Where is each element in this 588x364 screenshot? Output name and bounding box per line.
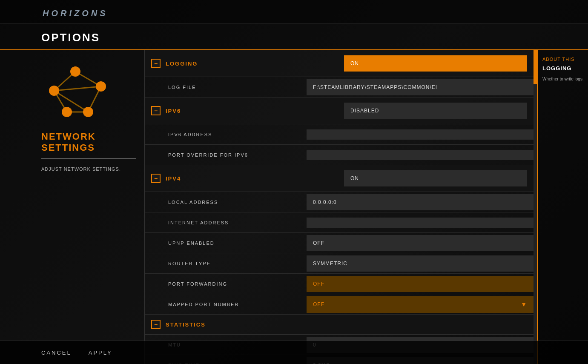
collapse-icon-ipv4[interactable]: − bbox=[151, 174, 161, 183]
label-ipv6addr: IPV6 ADDRESS bbox=[145, 127, 307, 142]
setting-row-port-forwarding: PORT FORWARDING OFF bbox=[145, 274, 534, 294]
collapse-icon-logging[interactable]: − bbox=[151, 59, 161, 68]
settings-panel[interactable]: − LOGGING ON LOG FILE F:\STEAMLIBRARY\ST… bbox=[145, 50, 534, 364]
group-header-ipv6[interactable]: − IPV6 DISABLED bbox=[145, 97, 534, 124]
upnp-box[interactable]: OFF bbox=[307, 235, 534, 251]
section-title: NETWORK SETTINGS bbox=[41, 131, 136, 159]
setting-row-logfile: LOG FILE F:\STEAMLIBRARY\STEAMAPPS\COMMO… bbox=[145, 77, 534, 97]
options-title-bar: OPTIONS bbox=[0, 23, 588, 50]
local-addr-box[interactable]: 0.0.0.0:0 bbox=[307, 194, 534, 210]
label-local-addr: LOCAL ADDRESS bbox=[145, 195, 307, 210]
value-port-forwarding: OFF bbox=[307, 276, 534, 292]
value-upnp: OFF bbox=[307, 235, 534, 251]
label-internet-addr: INTERNET ADDRESS bbox=[145, 215, 307, 230]
setting-row-mapped-port: MAPPED PORT NUMBER OFF ▼ bbox=[145, 294, 534, 315]
internet-addr-box[interactable] bbox=[307, 218, 534, 228]
logging-value[interactable]: ON bbox=[344, 55, 527, 72]
content-area: NETWORK SETTINGS ADJUST NETWORK SETTINGS… bbox=[0, 50, 588, 364]
svg-line-6 bbox=[54, 91, 88, 112]
scrollbar-thumb[interactable] bbox=[534, 50, 537, 84]
group-label-statistics: STATISTICS bbox=[166, 321, 206, 328]
apply-button[interactable]: APPLY bbox=[89, 346, 112, 359]
setting-row-local-addr: LOCAL ADDRESS 0.0.0.0:0 bbox=[145, 192, 534, 212]
setting-row-internet-addr: INTERNET ADDRESS bbox=[145, 212, 534, 233]
group-ipv6: − IPV6 DISABLED IPV6 ADDRESS PORT OVERRI… bbox=[145, 97, 534, 165]
left-sidebar: NETWORK SETTINGS ADJUST NETWORK SETTINGS… bbox=[0, 50, 145, 364]
value-logfile: F:\STEAMLIBRARY\STEAMAPPS\COMMON\EI bbox=[307, 79, 534, 95]
bottom-bar: CANCEL APPLY bbox=[0, 341, 588, 364]
svg-line-5 bbox=[54, 86, 101, 91]
options-title: OPTIONS bbox=[41, 31, 100, 44]
router-type-box[interactable]: SYMMETRIC bbox=[307, 255, 534, 272]
label-mapped-port: MAPPED PORT NUMBER bbox=[145, 297, 307, 312]
scrollbar-track[interactable] bbox=[534, 50, 537, 364]
label-port-forwarding: PORT FORWARDING bbox=[145, 276, 307, 292]
group-ipv4: − IPV4 ON LOCAL ADDRESS 0.0.0.0:0 INTERN… bbox=[145, 165, 534, 315]
label-router-type: ROUTER TYPE bbox=[145, 256, 307, 271]
group-header-ipv4[interactable]: − IPV4 ON bbox=[145, 165, 534, 192]
logfile-box[interactable]: F:\STEAMLIBRARY\STEAMAPPS\COMMON\EI bbox=[307, 79, 534, 95]
svg-point-10 bbox=[62, 107, 72, 117]
value-port-override-ipv6 bbox=[307, 150, 534, 160]
group-label-ipv6: IPV6 bbox=[166, 108, 181, 114]
svg-point-8 bbox=[49, 86, 59, 96]
setting-row-upnp: UPNP ENABLED OFF bbox=[145, 233, 534, 253]
collapse-icon-ipv6[interactable]: − bbox=[151, 106, 161, 115]
svg-point-11 bbox=[83, 107, 93, 117]
main-container: OPTIONS NETWORK SETTINGS bbox=[0, 23, 588, 364]
value-router-type: SYMMETRIC bbox=[307, 255, 534, 272]
label-logfile: LOG FILE bbox=[145, 80, 307, 95]
group-label-logging: LOGGING bbox=[166, 60, 198, 67]
section-desc: ADJUST NETWORK SETTINGS. bbox=[41, 166, 121, 172]
svg-point-9 bbox=[96, 81, 106, 92]
value-internet-addr bbox=[307, 218, 534, 228]
value-mapped-port: OFF ▼ bbox=[307, 296, 534, 313]
value-local-addr: 0.0.0.0:0 bbox=[307, 194, 534, 210]
mapped-port-box[interactable]: OFF ▼ bbox=[307, 296, 534, 313]
ipv6-value[interactable]: DISABLED bbox=[344, 103, 527, 119]
svg-point-7 bbox=[70, 66, 80, 77]
ipv4-value[interactable]: ON bbox=[344, 170, 527, 186]
group-header-logging[interactable]: − LOGGING ON bbox=[145, 50, 534, 77]
collapse-icon-statistics[interactable]: − bbox=[151, 320, 161, 329]
ipv6addr-box[interactable] bbox=[307, 129, 534, 140]
network-icon bbox=[41, 63, 109, 123]
group-label-ipv4: IPV4 bbox=[166, 175, 181, 182]
dropdown-arrow-icon: ▼ bbox=[521, 301, 527, 308]
setting-row-port-override-ipv6: PORT OVERRIDE FOR IPV6 bbox=[145, 145, 534, 165]
about-desc: Whether to write logs. bbox=[542, 76, 584, 82]
label-upnp: UPNP ENABLED bbox=[145, 235, 307, 251]
top-bar: HORIZONS bbox=[0, 0, 588, 23]
value-ipv6addr bbox=[307, 129, 534, 140]
cancel-button[interactable]: CANCEL bbox=[41, 346, 72, 359]
setting-row-router-type: ROUTER TYPE SYMMETRIC bbox=[145, 253, 534, 274]
logo-text: HORIZONS bbox=[43, 9, 108, 18]
label-port-override-ipv6: PORT OVERRIDE FOR IPV6 bbox=[145, 147, 307, 163]
port-forwarding-box[interactable]: OFF bbox=[307, 276, 534, 292]
about-heading: LOGGING bbox=[542, 65, 584, 72]
group-header-statistics[interactable]: − STATISTICS bbox=[145, 315, 534, 335]
group-logging: − LOGGING ON LOG FILE F:\STEAMLIBRARY\ST… bbox=[145, 50, 534, 97]
about-title: ABOUT THIS bbox=[542, 57, 584, 62]
right-panel: ABOUT THIS LOGGING Whether to write logs… bbox=[537, 50, 588, 364]
setting-row-ipv6addr: IPV6 ADDRESS bbox=[145, 124, 534, 145]
port-override-ipv6-box[interactable] bbox=[307, 150, 534, 160]
